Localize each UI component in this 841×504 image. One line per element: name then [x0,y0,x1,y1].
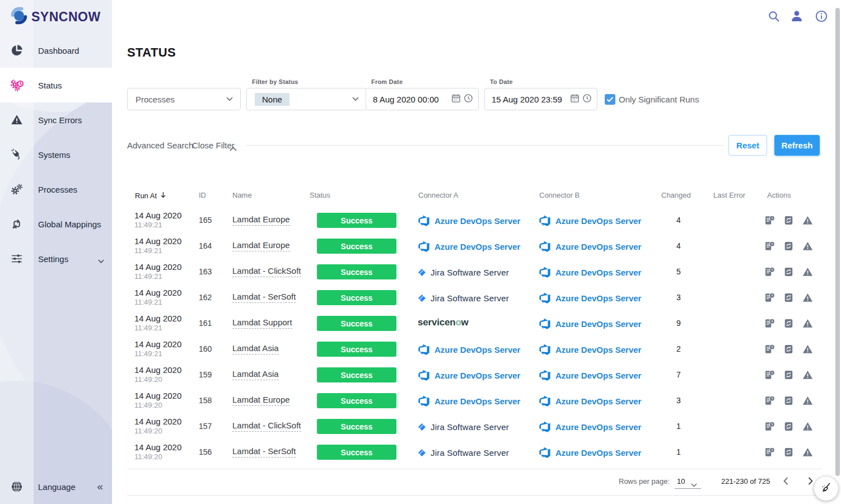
process-name-link[interactable]: Lamdat Support [232,318,292,327]
rows-per-page-select[interactable]: 10 [677,477,685,486]
process-name-link[interactable]: Lamdat - ClickSoft [232,266,301,276]
run-at-cell: 14 Aug 2020 11:49:21 [134,262,181,281]
column-header-id[interactable]: ID [199,191,206,199]
run-details-icon[interactable] [764,215,775,226]
process-name-link[interactable]: Lamdat - SerSoft [232,292,296,301]
sidebar-item-global-mappings[interactable]: Global Mappings [0,207,112,241]
rerun-icon[interactable] [783,292,795,304]
process-name-link[interactable]: Lamdat - SerSoft [232,446,296,456]
clear-cache-button[interactable] [814,477,838,501]
run-details-icon[interactable] [764,447,775,458]
rerun-icon[interactable] [783,344,795,355]
warning-icon[interactable] [802,215,814,226]
advanced-search-link[interactable]: Advanced Search [127,141,193,150]
azure-devops-connector-link[interactable]: Azure DevOps Server [539,446,641,459]
run-details-icon[interactable] [764,267,775,278]
warning-icon[interactable] [802,344,814,355]
run-details-icon[interactable] [764,344,775,355]
warning-icon[interactable] [802,447,814,458]
run-details-icon[interactable] [764,292,775,304]
status-filter-select[interactable]: None [246,88,367,110]
process-name-link[interactable]: Lamdat Europe [232,214,290,224]
azure-devops-connector-link[interactable]: Azure DevOps Server [539,265,641,279]
run-details-icon[interactable] [764,421,775,432]
refresh-button[interactable]: Refresh [774,135,820,156]
warning-icon[interactable] [802,292,814,304]
rerun-icon[interactable] [783,215,795,226]
column-header-name[interactable]: Name [232,191,252,199]
only-significant-checkbox[interactable] [605,94,615,105]
sidebar-item-language[interactable]: Language « [0,469,112,504]
process-name-link[interactable]: Lamdat Asia [232,343,279,353]
column-header-connector-a[interactable]: Connector A [418,191,459,199]
jira-connector-link[interactable]: Jira Software Server [418,291,509,305]
collapse-sidebar-icon[interactable]: « [97,480,103,493]
azure-devops-connector-link[interactable]: Azure DevOps Server [418,368,520,382]
rerun-icon[interactable] [783,395,795,407]
column-header-last-error[interactable]: Last Error [713,191,745,199]
sidebar-item-settings[interactable]: Settings [0,241,112,276]
run-details-icon[interactable] [764,318,775,329]
warning-icon[interactable] [802,370,814,381]
azure-devops-connector-link[interactable]: Azure DevOps Server [418,240,520,253]
azure-devops-connector-link[interactable]: Azure DevOps Server [539,214,641,227]
azure-devops-connector-link[interactable]: Azure DevOps Server [539,343,641,356]
rerun-icon[interactable] [783,447,795,458]
syncnow-logo[interactable]: SYNCNOW [8,6,101,28]
close-filter-link[interactable]: Close Filter [192,141,235,150]
to-date-input[interactable]: 15 Aug 2020 23:59 [484,88,597,110]
reset-button[interactable]: Reset [728,135,767,156]
vertical-scrollbar[interactable] [835,8,840,476]
process-name-link[interactable]: Lamdat Asia [232,369,279,379]
process-name-link[interactable]: Lamdat Europe [232,395,290,404]
warning-icon[interactable] [802,318,814,329]
previous-page-icon[interactable] [781,475,792,489]
azure-devops-connector-link[interactable]: Azure DevOps Server [539,394,641,408]
warning-icon[interactable] [802,241,814,252]
rerun-icon[interactable] [783,267,795,278]
clock-icon[interactable] [582,94,592,105]
process-name-link[interactable]: Lamdat - ClickSoft [232,421,301,430]
run-details-icon[interactable] [764,395,775,407]
calendar-icon[interactable] [570,94,580,105]
rerun-icon[interactable] [783,370,795,381]
sidebar-item-dashboard[interactable]: Dashboard [0,33,112,68]
rerun-icon[interactable] [783,421,795,432]
azure-devops-connector-link[interactable]: Azure DevOps Server [539,317,641,330]
servicenow-logo[interactable]: servicenow [418,317,469,328]
sidebar-item-status[interactable]: Status [0,68,112,102]
azure-devops-connector-link[interactable]: Azure DevOps Server [539,420,641,433]
run-details-icon[interactable] [764,370,775,381]
column-header-changed[interactable]: Changed [661,191,691,199]
info-icon[interactable] [815,10,828,25]
chevron-up-icon[interactable] [230,143,237,153]
warning-icon[interactable] [802,395,814,407]
azure-devops-connector-link[interactable]: Azure DevOps Server [539,240,641,253]
jira-connector-link[interactable]: Jira Software Server [418,265,509,279]
rerun-icon[interactable] [783,241,795,252]
sidebar-item-sync-errors[interactable]: Sync Errors [0,102,112,137]
warning-icon[interactable] [802,421,814,432]
azure-devops-connector-link[interactable]: Azure DevOps Server [418,394,520,408]
process-name-link[interactable]: Lamdat Europe [232,240,290,250]
azure-devops-connector-link[interactable]: Azure DevOps Server [539,368,641,382]
sidebar-item-systems[interactable]: Systems [0,137,112,172]
warning-icon[interactable] [802,267,814,278]
azure-devops-connector-link[interactable]: Azure DevOps Server [539,291,641,305]
from-date-input[interactable]: 8 Aug 2020 00:00 [366,88,479,110]
azure-devops-connector-link[interactable]: Azure DevOps Server [418,343,520,356]
azure-devops-connector-link[interactable]: Azure DevOps Server [418,214,520,227]
column-header-run-at[interactable]: Run At [135,191,167,200]
column-header-connector-b[interactable]: Connector B [539,191,580,199]
search-icon[interactable] [767,10,781,25]
sidebar-item-processes[interactable]: Processes [0,172,112,207]
calendar-icon[interactable] [451,94,461,105]
clock-icon[interactable] [464,94,473,105]
jira-connector-link[interactable]: Jira Software Server [418,446,509,459]
process-select[interactable]: Processes [127,88,241,110]
column-header-status[interactable]: Status [310,191,330,199]
rerun-icon[interactable] [783,318,795,329]
user-icon[interactable] [789,9,804,26]
jira-connector-link[interactable]: Jira Software Server [418,420,509,433]
run-details-icon[interactable] [764,241,775,252]
